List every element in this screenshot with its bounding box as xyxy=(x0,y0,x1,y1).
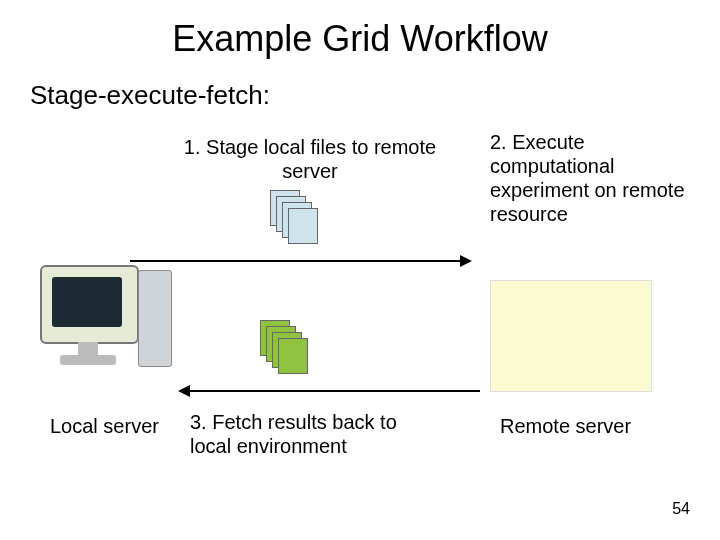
remote-server-label: Remote server xyxy=(500,415,631,438)
slide-subtitle: Stage-execute-fetch: xyxy=(30,80,270,111)
local-server-label: Local server xyxy=(50,415,159,438)
local-computer-icon xyxy=(40,265,139,344)
slide: Example Grid Workflow Stage-execute-fetc… xyxy=(0,0,720,540)
step-2-text: 2. Execute computational experiment on r… xyxy=(490,130,690,226)
step-1-text: 1. Stage local files to remote server xyxy=(180,135,440,183)
slide-title: Example Grid Workflow xyxy=(0,18,720,60)
arrow-fetch-icon xyxy=(180,390,480,392)
arrow-stage-icon xyxy=(130,260,470,262)
page-number: 54 xyxy=(672,500,690,518)
remote-server-icon xyxy=(490,280,652,392)
step-3-text: 3. Fetch results back to local environme… xyxy=(190,410,440,458)
